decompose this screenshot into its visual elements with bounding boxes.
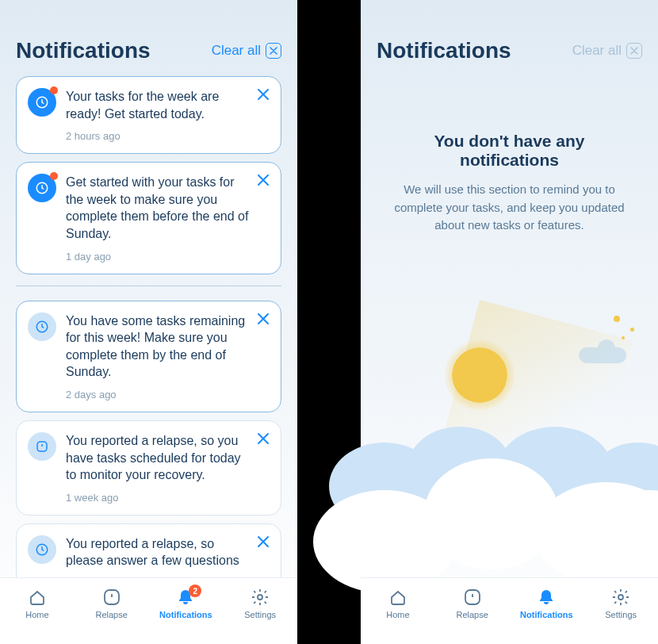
bottom-navbar: Home Relapse Notifications Settings [361, 577, 658, 644]
nav-settings[interactable]: Settings [585, 588, 656, 619]
sparkle-icon [622, 336, 625, 339]
empty-state: You don't have any notifications We will… [361, 76, 658, 577]
alert-icon [28, 432, 56, 461]
card-body: You have some tasks remaining for this w… [66, 312, 270, 401]
nav-home[interactable]: Home [2, 588, 73, 619]
header: Notifications Clear all [361, 0, 658, 76]
sun-ray [442, 300, 633, 479]
nav-label: Settings [605, 610, 637, 619]
nav-label: Notifications [520, 610, 573, 619]
nav-relapse[interactable]: Relapse [437, 588, 508, 619]
dismiss-button[interactable] [257, 535, 270, 550]
notification-card[interactable]: You reported a relapse, so you have task… [16, 420, 281, 516]
relapse-icon [102, 588, 121, 607]
page-title: Notifications [16, 38, 151, 63]
unread-dot-icon [50, 172, 58, 180]
dismiss-button[interactable] [257, 88, 270, 103]
card-body: Your tasks for the week are ready! Get s… [66, 88, 270, 142]
nav-label: Relapse [95, 610, 127, 619]
clear-icon [266, 43, 281, 59]
screen-notifications-list: Notifications Clear all Your tasks for t… [0, 0, 297, 644]
nav-badge: 2 [189, 585, 201, 597]
nav-home[interactable]: Home [362, 588, 434, 619]
notification-text: Get started with your tasks for the week… [66, 174, 270, 242]
clock-icon [28, 174, 56, 202]
dismiss-button[interactable] [257, 312, 270, 328]
notification-card[interactable]: Your tasks for the week are ready! Get s… [16, 76, 281, 154]
divider [16, 286, 281, 286]
nav-notifications[interactable]: Notifications [511, 588, 582, 619]
clear-all-label: Clear all [572, 43, 622, 59]
gear-icon [611, 588, 630, 607]
bottom-navbar: Home Relapse 2 Notifications Settings [0, 577, 297, 644]
notification-text: You have some tasks remaining for this w… [66, 312, 270, 381]
bell-icon [537, 588, 556, 607]
screen-gap [297, 0, 361, 644]
home-icon [388, 588, 407, 607]
empty-desc: We will use this section to remind you t… [383, 181, 636, 235]
sparkle-icon [614, 316, 620, 322]
clear-all-button: Clear all [572, 43, 642, 59]
card-body: You reported a relapse, so please answer… [66, 535, 270, 577]
notification-list[interactable]: Your tasks for the week are ready! Get s… [0, 76, 297, 577]
sparkle-icon [630, 328, 634, 332]
page-title: Notifications [377, 38, 511, 63]
clear-icon [626, 43, 642, 59]
empty-title: You don't have any notifications [383, 132, 636, 170]
notification-text: You reported a relapse, so you have task… [66, 432, 270, 484]
clear-all-button[interactable]: Clear all [212, 43, 281, 59]
notification-time: 1 week ago [66, 492, 270, 504]
clear-all-label: Clear all [212, 43, 261, 59]
gear-icon [251, 588, 270, 607]
nav-label: Notifications [159, 610, 212, 619]
svg-point-6 [258, 595, 262, 600]
card-body: You reported a relapse, so you have task… [66, 432, 270, 504]
nav-notifications[interactable]: 2 Notifications [150, 588, 221, 619]
clock-icon [28, 312, 56, 341]
home-icon [28, 588, 47, 607]
notification-card[interactable]: You reported a relapse, so please answer… [16, 523, 281, 577]
nav-label: Settings [244, 610, 276, 619]
nav-label: Home [25, 610, 48, 619]
nav-label: Relapse [456, 610, 488, 619]
clock-icon [28, 88, 56, 117]
clouds-icon [329, 419, 658, 577]
notification-text: You reported a relapse, so please answer… [66, 535, 270, 569]
notification-card[interactable]: Get started with your tasks for the week… [16, 162, 281, 274]
notification-card[interactable]: You have some tasks remaining for this w… [16, 301, 281, 412]
illustration [361, 276, 658, 577]
unread-dot-icon [50, 86, 58, 94]
clock-icon [28, 535, 56, 564]
cloud-icon [579, 347, 626, 363]
nav-relapse[interactable]: Relapse [76, 588, 147, 619]
notification-time: 1 day ago [66, 251, 270, 263]
sun-icon [452, 347, 507, 403]
notification-time: 2 hours ago [66, 130, 270, 142]
dismiss-button[interactable] [257, 174, 270, 189]
relapse-icon [463, 588, 482, 607]
notification-text: Your tasks for the week are ready! Get s… [66, 88, 270, 122]
svg-point-8 [618, 595, 623, 600]
dismiss-button[interactable] [257, 432, 270, 447]
notification-time: 2 days ago [66, 389, 270, 401]
nav-label: Home [386, 610, 409, 619]
card-body: Get started with your tasks for the week… [66, 174, 270, 262]
screen-notifications-empty: Notifications Clear all You don't have a… [361, 0, 658, 644]
nav-settings[interactable]: Settings [224, 588, 296, 619]
header: Notifications Clear all [0, 0, 297, 76]
